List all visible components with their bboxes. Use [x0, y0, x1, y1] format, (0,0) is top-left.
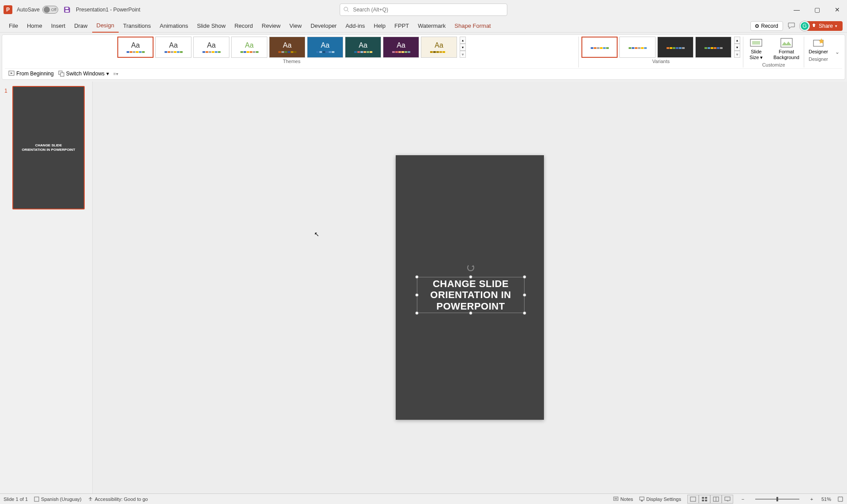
design-ribbon: AaAaAaAaAaAaAaAaAa ▴ ▾ ▿ Themes ▴ ▾ ▿ Va… [2, 34, 845, 80]
designer-button[interactable]: Designer [807, 37, 830, 56]
from-beginning-button[interactable]: From Beginning [8, 71, 54, 77]
variant-thumbnail-3[interactable] [657, 37, 693, 58]
tab-design[interactable]: Design [92, 19, 119, 33]
tab-review[interactable]: Review [257, 19, 285, 33]
theme-thumbnail-2[interactable]: Aa [155, 37, 191, 58]
tab-animations[interactable]: Animations [155, 19, 192, 33]
variant-thumbnail-4[interactable] [695, 37, 731, 58]
switch-windows-dropdown-icon: ▾ [106, 71, 109, 77]
autosave-toggle[interactable]: AutoSave Off [17, 6, 58, 14]
normal-view-button[interactable] [687, 495, 699, 504]
tab-add-ins[interactable]: Add-ins [341, 19, 369, 33]
resize-handle-br[interactable] [523, 311, 526, 315]
slideshow-view-button[interactable] [722, 495, 733, 504]
switch-windows-button[interactable]: Switch Windows ▾ [58, 71, 109, 77]
switch-windows-label: Switch Windows [66, 71, 105, 77]
tab-shape-format[interactable]: Shape Format [450, 19, 495, 33]
quick-access-row: From Beginning Switch Windows ▾ ≡▾ [5, 68, 842, 78]
themes-more[interactable]: ▿ [460, 51, 466, 58]
resize-handle-mr[interactable] [523, 293, 526, 297]
zoom-in-button[interactable]: + [808, 497, 815, 502]
format-background-button[interactable]: FormatBackground [772, 37, 801, 61]
variant-thumbnail-1[interactable] [581, 37, 618, 58]
variants-scroll-down[interactable]: ▾ [734, 44, 740, 51]
theme-thumbnail-5[interactable]: Aa [269, 37, 305, 58]
theme-thumbnail-1[interactable]: Aa [117, 37, 154, 58]
themes-scroll-up[interactable]: ▴ [460, 37, 466, 44]
collapse-ribbon-button[interactable]: ⌄ [832, 37, 842, 67]
svg-rect-25 [725, 497, 730, 500]
title-text-box[interactable]: CHANGE SLIDE ORIENTATION IN POWERPOINT [417, 277, 525, 313]
theme-thumbnail-3[interactable]: Aa [193, 37, 229, 58]
grammarly-icon[interactable]: G [800, 21, 810, 31]
resize-handle-tr[interactable] [523, 275, 526, 279]
close-button[interactable]: ✕ [831, 4, 843, 16]
themes-scroll-down[interactable]: ▾ [460, 44, 466, 51]
theme-thumbnail-6[interactable]: Aa [307, 37, 343, 58]
cursor-icon: ↖ [314, 231, 319, 238]
search-input[interactable] [353, 7, 503, 13]
tab-file[interactable]: File [4, 19, 22, 33]
tab-transitions[interactable]: Transitions [119, 19, 155, 33]
tab-record[interactable]: Record [230, 19, 257, 33]
resize-handle-bl[interactable] [415, 311, 419, 315]
theme-thumbnail-4[interactable]: Aa [231, 37, 267, 58]
variants-scroll-up[interactable]: ▴ [734, 37, 740, 44]
save-button[interactable] [63, 5, 71, 14]
maximize-button[interactable]: ▢ [811, 4, 823, 16]
share-icon [811, 23, 817, 29]
tab-draw[interactable]: Draw [70, 19, 92, 33]
zoom-out-button[interactable]: − [739, 497, 746, 502]
slide-counter[interactable]: Slide 1 of 1 [4, 497, 28, 502]
editor-area: 1 CHANGE SLIDEORIENTATION IN POWERPOINT … [0, 82, 847, 493]
theme-thumbnail-9[interactable]: Aa [421, 37, 457, 58]
search-box[interactable] [340, 4, 507, 16]
slide-canvas[interactable]: CHANGE SLIDE ORIENTATION IN POWERPOINT [396, 155, 544, 420]
resize-handle-tm[interactable] [469, 275, 472, 279]
title-text[interactable]: CHANGE SLIDE ORIENTATION IN POWERPOINT [417, 277, 524, 313]
slide-sorter-view-button[interactable] [699, 495, 710, 504]
svg-rect-21 [702, 500, 704, 501]
slide-thumbnail-1[interactable]: CHANGE SLIDEORIENTATION IN POWERPOINT [12, 86, 85, 209]
tab-slide-show[interactable]: Slide Show [192, 19, 230, 33]
resize-handle-bm[interactable] [469, 311, 472, 315]
svg-rect-16 [640, 497, 644, 500]
tab-home[interactable]: Home [22, 19, 47, 33]
resize-handle-ml[interactable] [415, 293, 419, 297]
svg-rect-10 [60, 73, 64, 76]
display-settings-button[interactable]: Display Settings [639, 497, 681, 502]
svg-rect-22 [705, 500, 707, 501]
variants-gallery: ▴ ▾ ▿ [581, 37, 740, 58]
tab-developer[interactable]: Developer [306, 19, 341, 33]
tab-watermark[interactable]: Watermark [413, 19, 450, 33]
tab-help[interactable]: Help [369, 19, 390, 33]
slide-canvas-area[interactable]: CHANGE SLIDE ORIENTATION IN POWERPOINT ↖ [93, 82, 847, 493]
display-icon [639, 497, 645, 502]
minimize-button[interactable]: — [791, 4, 803, 16]
share-button[interactable]: Share ▾ [806, 21, 843, 31]
slide-size-button[interactable]: SlideSize ▾ [746, 37, 766, 61]
rotate-handle[interactable] [467, 264, 474, 271]
variants-more[interactable]: ▿ [734, 51, 740, 58]
notes-button[interactable]: Notes [613, 497, 633, 502]
customize-qat-button[interactable]: ≡▾ [113, 71, 118, 76]
tab-view[interactable]: View [285, 19, 306, 33]
accessibility-status[interactable]: Accessibility: Good to go [88, 497, 148, 502]
share-dropdown-icon: ▾ [835, 24, 837, 28]
svg-rect-19 [702, 497, 704, 499]
zoom-percent[interactable]: 51% [821, 497, 831, 502]
theme-thumbnail-8[interactable]: Aa [383, 37, 419, 58]
language-status[interactable]: Spanish (Uruguay) [34, 497, 82, 502]
language-icon [34, 497, 39, 502]
record-button[interactable]: Record [750, 21, 783, 31]
zoom-slider[interactable] [755, 499, 799, 500]
tab-fppt[interactable]: FPPT [390, 19, 413, 33]
window-controls: — ▢ ✕ [791, 4, 843, 16]
reading-view-button[interactable] [710, 495, 722, 504]
autosave-switch[interactable]: Off [42, 6, 58, 14]
variant-thumbnail-2[interactable] [619, 37, 656, 58]
theme-thumbnail-7[interactable]: Aa [345, 37, 381, 58]
comments-button[interactable] [787, 21, 797, 31]
tab-insert[interactable]: Insert [47, 19, 70, 33]
fit-to-window-button[interactable] [837, 496, 843, 502]
